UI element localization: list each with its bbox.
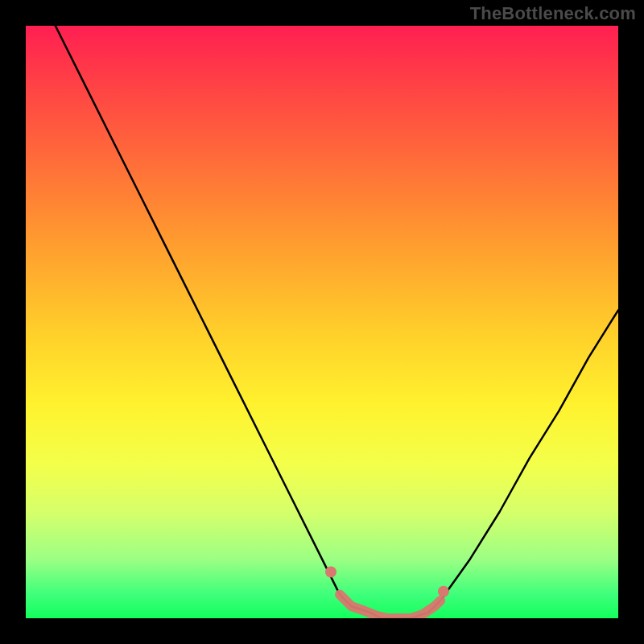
watermark-text: TheBottleneck.com bbox=[470, 3, 636, 24]
svg-point-1 bbox=[438, 586, 449, 597]
bottleneck-curve bbox=[26, 26, 618, 618]
chart-frame: TheBottleneck.com bbox=[0, 0, 644, 644]
trough-markers bbox=[325, 567, 449, 619]
curve-path bbox=[56, 26, 618, 618]
svg-point-0 bbox=[325, 567, 336, 578]
plot-gradient-area bbox=[26, 26, 618, 618]
